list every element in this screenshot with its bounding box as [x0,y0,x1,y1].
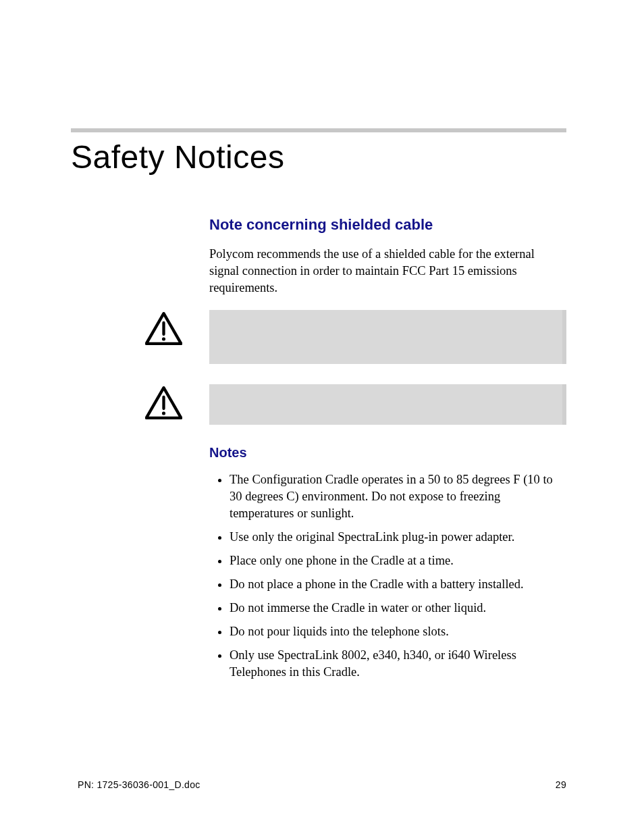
footer-part-number: PN: 1725-36036-001_D.doc [78,779,200,790]
horizontal-rule [71,128,566,132]
list-item: Do not immerse the Cradle in water or ot… [230,600,566,617]
list-item: Do not pour liquids into the telephone s… [230,623,566,640]
warning-triangle-icon [145,310,182,347]
svg-point-2 [162,337,165,340]
list-item: The Configuration Cradle operates in a 5… [230,471,566,522]
notes-list: The Configuration Cradle operates in a 5… [209,471,566,681]
page-title: Safety Notices [71,138,284,176]
footer-page-number: 29 [556,779,566,790]
section-heading-shielded-cable: Note concerning shielded cable [209,216,566,234]
list-item: Only use SpectraLink 8002, e340, h340, o… [230,647,566,681]
warning-text-box [209,310,566,364]
list-item: Do not place a phone in the Cradle with … [230,576,566,593]
section-paragraph: Polycom recommends the use of a shielded… [209,246,566,296]
warning-text-box [209,384,566,425]
content-column: Note concerning shielded cable Polycom r… [209,216,566,687]
list-item: Place only one phone in the Cradle at a … [230,552,566,569]
page-footer: PN: 1725-36036-001_D.doc 29 [78,779,566,790]
warning-block-1 [209,310,566,364]
section-heading-notes: Notes [209,445,566,461]
warning-triangle-icon [145,384,182,421]
warning-block-2 [209,384,566,425]
list-item: Use only the original SpectraLink plug-i… [230,529,566,546]
page: Safety Notices Note concerning shielded … [0,0,644,834]
svg-point-5 [162,411,165,415]
